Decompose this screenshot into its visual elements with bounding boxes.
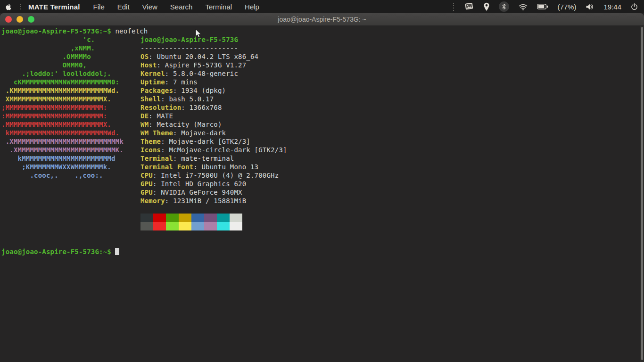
info-label: Icons xyxy=(140,146,161,154)
panel-grip-handle[interactable] xyxy=(19,4,22,9)
info-label: GPU xyxy=(140,189,153,196)
ascii-art-line: ;KMMMMMMMWXXWMMMMMMMk. xyxy=(1,163,111,171)
ascii-art-line: .KMMMMMMMMMMMMMMMMMMMMMMMWd. xyxy=(1,87,119,94)
info-label: Packages xyxy=(140,87,173,94)
ascii-art-line: cKMMMMMMMMMMNWMMMMMMMMMM0: xyxy=(1,78,119,86)
ascii-art-line: .OMMMMo xyxy=(1,53,91,60)
ascii-art-line: .cooc,. .,coo:. xyxy=(1,172,103,179)
palette-swatch xyxy=(153,214,166,222)
ascii-art-line: .MMMMMMMMMMMMMMMMMMMMMMMMX. xyxy=(1,121,111,128)
info-value: : McMojave-circle-dark [GTK2/3] xyxy=(161,146,287,154)
info-value: : 1231MiB / 15881MiB xyxy=(165,197,247,205)
palette-swatch xyxy=(191,222,204,230)
palette-swatch xyxy=(204,222,217,230)
info-label: Terminal Font xyxy=(140,163,193,171)
location-indicator-icon[interactable] xyxy=(483,2,490,11)
ascii-art-line: :MMMMMMMMMMMMMMMMMMMMMMMM: xyxy=(1,112,107,120)
menu-file[interactable]: File xyxy=(93,3,105,11)
typed-command: neofetch xyxy=(115,27,148,35)
menu-search[interactable]: Search xyxy=(170,3,193,11)
ascii-art-line: .;loddo:' loolloddol;. xyxy=(1,70,111,77)
battery-percentage[interactable]: (77%) xyxy=(557,3,576,11)
info-label: Resolution xyxy=(140,104,181,111)
palette-swatch xyxy=(230,214,242,222)
info-value: : 644x362 xyxy=(181,104,222,111)
info-value: : bash 5.0.17 xyxy=(161,95,214,103)
palette-row xyxy=(140,222,242,230)
menu-terminal[interactable]: Terminal xyxy=(205,3,232,11)
battery-indicator-icon[interactable] xyxy=(537,3,548,10)
info-value: : Mojave-dark [GTK2/3] xyxy=(161,138,250,145)
info-value: : 1934 (dpkg) xyxy=(173,87,226,94)
command-line: joao@joao-Aspire-F5-573G:~$neofetch xyxy=(1,27,148,35)
info-value: : Intel i7-7500U (4) @ 2.700GHz xyxy=(153,172,279,179)
info-label: Shell xyxy=(140,95,161,103)
info-value: : NVIDIA GeForce 940MX xyxy=(153,189,242,196)
volume-indicator-icon[interactable] xyxy=(585,3,594,11)
palette-swatch xyxy=(179,214,191,222)
info-value: : mate-terminal xyxy=(173,155,234,162)
scrollbar-thumb[interactable] xyxy=(641,27,643,360)
bluetooth-indicator-icon[interactable] xyxy=(499,1,509,12)
app-menus: File Edit View Search Terminal Help xyxy=(93,3,259,11)
menu-view[interactable]: View xyxy=(142,3,157,11)
info-label: CPU xyxy=(140,172,153,179)
info-value: : Metacity (Marco) xyxy=(149,121,222,128)
palette-swatch xyxy=(217,222,230,230)
palette-swatch xyxy=(140,214,153,222)
neofetch-separator: ------------------------ xyxy=(140,44,238,52)
info-value: : Mojave-dark xyxy=(173,129,226,137)
info-label: Terminal xyxy=(140,155,173,162)
palette-swatch xyxy=(153,222,166,230)
info-label: WM xyxy=(140,121,149,128)
neofetch-info: joao@joao-Aspire-F5-573G ---------------… xyxy=(140,35,287,205)
info-label: OS xyxy=(140,53,149,60)
top-panel: MATE Terminal File Edit View Search Term… xyxy=(0,0,644,13)
terminal-scrollbar[interactable] xyxy=(640,26,644,362)
palette-swatch xyxy=(217,214,230,222)
info-value: : Intel HD Graphics 620 xyxy=(153,180,246,188)
terminal-viewport[interactable]: joao@joao-Aspire-F5-573G:~$neofetch 'c. … xyxy=(0,26,644,362)
info-value: : MATE xyxy=(149,112,173,120)
ascii-art-line: .XMMMMMMMMMMMMMMMMMMMMMMMMK. xyxy=(1,146,124,154)
info-value: : 7 mins xyxy=(165,78,198,86)
wifi-indicator-icon[interactable] xyxy=(518,3,528,11)
desktop-screen: MATE Terminal File Edit View Search Term… xyxy=(0,0,644,362)
palette-swatch xyxy=(166,222,179,230)
ascii-art-line: XMMMMMMMMMMMMMMMMMMMMMMMX. xyxy=(1,95,111,103)
menu-help[interactable]: Help xyxy=(245,3,259,11)
apple-logo-icon[interactable] xyxy=(5,2,12,11)
ascii-art-line: ;MMMMMMMMMMMMMMMMMMMMMMMM: xyxy=(1,104,107,111)
neofetch-ascii-art: 'c. ,xNMM. .OMMMMo OMMM0, .;loddo:' lool… xyxy=(1,35,124,180)
palette-swatch xyxy=(179,222,191,230)
info-label: Memory xyxy=(140,197,165,205)
clock[interactable]: 19:44 xyxy=(603,3,621,11)
neofetch-color-palette xyxy=(140,214,242,230)
palette-swatch xyxy=(140,222,153,230)
palette-swatch xyxy=(166,214,179,222)
ascii-art-line: ,xNMM. xyxy=(1,44,95,52)
window-titlebar[interactable]: joao@joao-Aspire-F5-573G: ~ xyxy=(0,13,644,26)
ascii-art-line: .XMMMMMMMMMMMMMMMMMMMMMMMMMMk xyxy=(1,138,124,145)
info-label: Theme xyxy=(140,138,161,145)
info-label: GPU xyxy=(140,180,153,188)
window-title: joao@joao-Aspire-F5-573G: ~ xyxy=(0,13,644,25)
shell-prompt: joao@joao-Aspire-F5-573G:~$ xyxy=(1,27,111,35)
ascii-art-line: 'c. xyxy=(1,36,95,43)
ascii-art-line: OMMM0, xyxy=(1,61,87,69)
ascii-art-line: kMMMMMMMMMMMMMMMMMMMMMMMMWd. xyxy=(1,129,119,137)
palette-swatch xyxy=(191,214,204,222)
menu-edit[interactable]: Edit xyxy=(117,3,130,11)
shell-prompt-line: joao@joao-Aspire-F5-573G:~$ xyxy=(1,247,119,256)
photos-tray-icon[interactable] xyxy=(464,2,474,11)
info-label: DE xyxy=(140,112,149,120)
info-value: : Ubuntu 20.04.2 LTS x86_64 xyxy=(149,53,258,60)
palette-row xyxy=(140,214,242,222)
palette-swatch xyxy=(204,214,217,222)
info-label: Uptime xyxy=(140,78,165,86)
active-app-title: MATE Terminal xyxy=(28,3,80,11)
power-indicator-icon[interactable] xyxy=(630,3,638,11)
info-label: Kernel xyxy=(140,70,165,77)
palette-swatch xyxy=(230,222,242,230)
tray-grip-handle[interactable] xyxy=(452,3,455,11)
